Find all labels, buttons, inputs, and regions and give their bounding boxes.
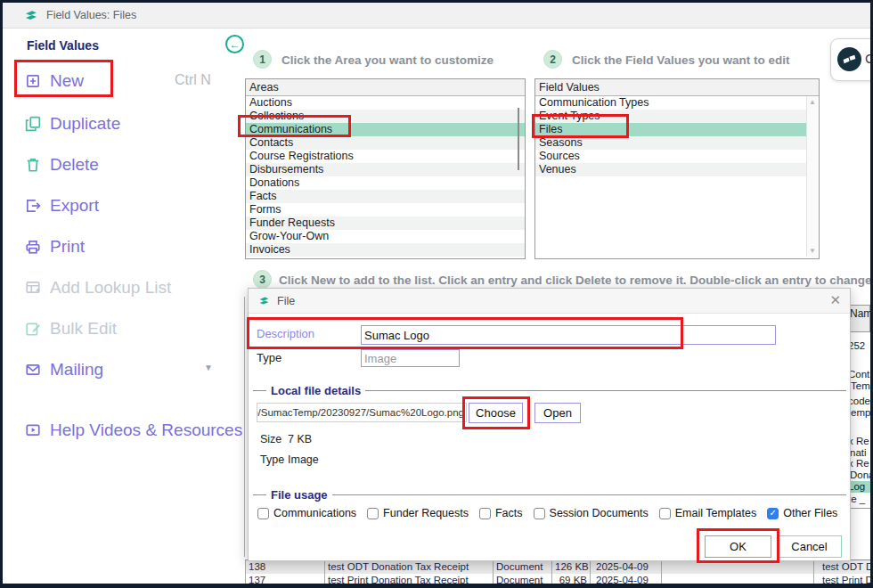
sumac-logo-icon xyxy=(24,8,38,22)
list-item[interactable]: Contacts xyxy=(246,136,525,150)
background-row-fragment: Dona xyxy=(850,470,873,481)
file-type-value: Image xyxy=(288,453,319,466)
sidebar-item-delete[interactable]: Delete xyxy=(25,152,99,177)
list-item[interactable]: Grow-Your-Own xyxy=(246,230,525,243)
sidebar-item-duplicate[interactable]: Duplicate xyxy=(25,111,120,136)
sidebar-item-export[interactable]: Export xyxy=(25,193,99,218)
list-item[interactable]: Course Registrations xyxy=(246,150,525,163)
sidebar-item-bulk-edit[interactable]: Bulk Edit xyxy=(25,316,117,341)
sidebar-item-label: Add Lookup List xyxy=(50,278,171,298)
sidebar-item-help-videos[interactable]: Help Videos & Resources xyxy=(25,418,242,443)
list-item[interactable]: Disbursements xyxy=(246,163,525,176)
background-row-fragment: empl xyxy=(851,407,873,419)
list-item[interactable]: Communication Types xyxy=(535,96,807,110)
areas-scrollbar[interactable] xyxy=(518,108,519,170)
collapse-sidebar-button[interactable]: ← xyxy=(225,35,244,53)
checkbox-facts[interactable]: Facts xyxy=(479,507,523,519)
plus-square-icon xyxy=(25,73,41,89)
local-file-details-legend: Local file details xyxy=(266,384,365,397)
file-path-input[interactable]: Data/Local/Temp/SumacTemp/20230927/Sumac… xyxy=(257,403,467,422)
step-2-badge: 2 xyxy=(543,50,562,69)
field-values-window: Field Values: Files Field Values ← New C… xyxy=(0,0,873,588)
checkbox-icon xyxy=(659,508,671,519)
export-icon xyxy=(25,198,41,214)
sidebar-item-add-lookup-list[interactable]: Add Lookup List xyxy=(25,275,171,300)
checkbox-communications[interactable]: Communications xyxy=(257,507,356,519)
sidebar-item-print[interactable]: Print xyxy=(25,234,85,259)
close-icon[interactable]: ✕ xyxy=(829,292,841,308)
arrow-left-icon: ← xyxy=(230,39,241,50)
size-label: Size xyxy=(260,433,281,445)
scroll-up-icon[interactable]: ▲ xyxy=(809,98,816,106)
cancel-button[interactable]: Cancel xyxy=(777,535,842,558)
list-item[interactable]: Donations xyxy=(246,176,525,190)
checkbox-icon xyxy=(367,508,379,519)
table-row[interactable]: 138 test ODT Donation Tax Receipt Docume… xyxy=(246,560,871,574)
sidebar-item-label: New xyxy=(50,71,84,91)
corner-help-button[interactable]: C xyxy=(830,38,873,81)
checkbox-funder-requests[interactable]: Funder Requests xyxy=(367,507,469,519)
list-item[interactable]: Forms xyxy=(246,203,525,216)
sidebar-item-new[interactable]: New xyxy=(25,69,84,94)
file-dialog: File ✕ Description Sumac Logo Type Image… xyxy=(248,288,851,561)
sidebar-item-label: Export xyxy=(50,196,99,216)
description-label: Description xyxy=(257,327,314,340)
list-item-selected[interactable]: Files xyxy=(535,123,807,136)
checkbox-session-documents[interactable]: Session Documents xyxy=(534,507,649,519)
field-values-list-header: Field Values xyxy=(535,79,819,96)
list-item-selected[interactable]: Communications xyxy=(246,123,525,136)
file-dialog-titlebar: File ✕ xyxy=(249,289,850,314)
sidebar-item-label: Bulk Edit xyxy=(50,319,117,339)
list-item[interactable]: Venues xyxy=(535,163,807,176)
type-input[interactable]: Image xyxy=(361,349,460,367)
background-row-fragment: x Re xyxy=(848,458,869,470)
list-item[interactable]: Seasons xyxy=(535,136,807,150)
chevron-down-icon[interactable]: ▼ xyxy=(204,363,213,372)
checkbox-icon xyxy=(534,508,545,519)
background-table-edge xyxy=(244,297,245,557)
list-item[interactable]: Facts xyxy=(246,190,525,203)
areas-list-header: Areas xyxy=(246,79,525,96)
checkbox-email-templates[interactable]: Email Templates xyxy=(659,507,756,519)
size-value: 7 KB xyxy=(288,433,312,445)
step-3-text: Click New to add to the list. Click an e… xyxy=(279,274,873,287)
background-row-fragment: code xyxy=(848,396,870,407)
sidebar-item-label: Help Videos & Resources xyxy=(50,421,242,440)
type-label: Type xyxy=(257,351,281,364)
list-item[interactable]: Auctions xyxy=(246,96,525,110)
background-row-fragment: Tem xyxy=(851,380,870,392)
pencil-square-icon xyxy=(25,321,41,337)
dialog-title: File xyxy=(277,295,295,307)
list-item[interactable]: Event Types xyxy=(535,110,807,123)
checkbox-checked-icon: ✓ xyxy=(767,508,779,519)
checkbox-other-files[interactable]: ✓ Other Files xyxy=(767,507,837,519)
areas-list: Areas Auctions Collections Communication… xyxy=(245,78,526,259)
file-usage-checkboxes: Communications Funder Requests Facts Ses… xyxy=(257,507,837,519)
list-item[interactable]: Invoices xyxy=(246,243,525,257)
scroll-down-icon[interactable]: ▼ xyxy=(809,247,816,255)
sidebar-item-label: Print xyxy=(50,237,85,257)
sidebar-item-label: Mailing xyxy=(50,360,103,380)
choose-button[interactable]: Choose xyxy=(469,403,523,423)
table-add-icon xyxy=(25,280,41,296)
background-row-fragment: x Re xyxy=(848,436,869,447)
sidebar-item-label: Delete xyxy=(50,155,99,175)
step-3-badge: 3 xyxy=(253,270,272,289)
files-background-table: 138 test ODT Donation Tax Receipt Docume… xyxy=(245,559,871,587)
description-input[interactable]: Sumac Logo xyxy=(361,325,776,345)
list-item[interactable]: Funder Requests xyxy=(246,216,525,230)
list-item[interactable]: Collections xyxy=(246,110,525,123)
open-button[interactable]: Open xyxy=(534,403,581,423)
list-item[interactable]: Sources xyxy=(535,150,807,163)
ok-button[interactable]: OK xyxy=(705,535,771,558)
sumac-logo-icon xyxy=(258,295,270,306)
field-values-scrollbar[interactable]: ▲ ▼ xyxy=(806,96,818,257)
sidebar-item-mailing[interactable]: Mailing xyxy=(25,357,103,382)
table-row[interactable]: 137 test Print Donation Tax Receipt Docu… xyxy=(246,574,871,587)
window-titlebar: Field Values: Files xyxy=(3,3,870,29)
corner-button-label: C xyxy=(865,51,873,66)
step-1-text: Click the Area you want to customize xyxy=(281,53,494,67)
file-usage-legend: File usage xyxy=(266,488,332,502)
step-1-badge: 1 xyxy=(253,50,272,69)
mail-icon xyxy=(25,362,41,378)
